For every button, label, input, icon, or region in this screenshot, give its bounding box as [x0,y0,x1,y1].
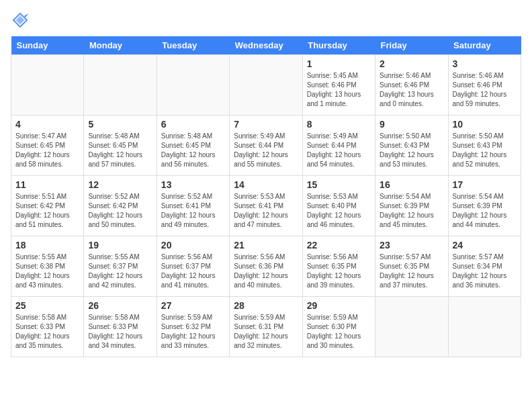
day-info: Sunrise: 5:50 AM Sunset: 6:43 PM Dayligh… [453,132,517,169]
day-number: 3 [453,58,517,69]
page-header [11,11,521,30]
day-info: Sunrise: 5:52 AM Sunset: 6:41 PM Dayligh… [161,192,225,230]
day-info: Sunrise: 5:56 AM Sunset: 6:37 PM Dayligh… [161,253,225,290]
calendar-week-1: 1Sunrise: 5:45 AM Sunset: 6:46 PM Daylig… [11,55,521,116]
calendar-cell: 21Sunrise: 5:56 AM Sunset: 6:36 PM Dayli… [230,236,302,297]
calendar-cell: 26Sunrise: 5:58 AM Sunset: 6:33 PM Dayli… [84,297,157,357]
calendar-cell: 3Sunrise: 5:46 AM Sunset: 6:46 PM Daylig… [448,55,521,116]
day-info: Sunrise: 5:55 AM Sunset: 6:37 PM Dayligh… [88,253,152,290]
day-info: Sunrise: 5:56 AM Sunset: 6:35 PM Dayligh… [307,253,371,290]
day-number: 8 [307,119,371,130]
calendar-cell: 23Sunrise: 5:57 AM Sunset: 6:35 PM Dayli… [375,236,448,297]
day-info: Sunrise: 5:46 AM Sunset: 6:46 PM Dayligh… [453,71,517,109]
day-info: Sunrise: 5:51 AM Sunset: 6:42 PM Dayligh… [15,192,79,230]
header-saturday: Saturday [448,36,521,55]
calendar-cell [230,55,302,116]
calendar-cell: 24Sunrise: 5:57 AM Sunset: 6:34 PM Dayli… [448,236,521,297]
day-number: 15 [307,179,371,190]
calendar-week-5: 25Sunrise: 5:58 AM Sunset: 6:33 PM Dayli… [11,297,521,357]
day-info: Sunrise: 5:58 AM Sunset: 6:33 PM Dayligh… [88,313,152,351]
day-info: Sunrise: 5:59 AM Sunset: 6:31 PM Dayligh… [234,313,298,351]
calendar-cell: 1Sunrise: 5:45 AM Sunset: 6:46 PM Daylig… [302,55,375,116]
day-number: 21 [234,240,298,250]
day-number: 26 [88,300,152,311]
day-info: Sunrise: 5:54 AM Sunset: 6:39 PM Dayligh… [380,192,443,230]
calendar-cell: 6Sunrise: 5:48 AM Sunset: 6:45 PM Daylig… [157,116,229,176]
day-number: 1 [307,58,371,69]
day-number: 18 [15,240,79,250]
calendar-cell: 9Sunrise: 5:50 AM Sunset: 6:43 PM Daylig… [375,116,448,176]
calendar-cell: 22Sunrise: 5:56 AM Sunset: 6:35 PM Dayli… [302,236,375,297]
header-monday: Monday [84,36,157,55]
day-number: 20 [161,240,225,250]
calendar-cell [84,55,157,116]
day-number: 14 [234,179,298,190]
calendar-cell: 2Sunrise: 5:46 AM Sunset: 6:46 PM Daylig… [375,55,448,116]
day-info: Sunrise: 5:53 AM Sunset: 6:41 PM Dayligh… [234,192,298,230]
day-number: 24 [453,240,517,250]
day-number: 25 [15,300,79,311]
day-number: 9 [380,119,443,130]
calendar-week-4: 18Sunrise: 5:55 AM Sunset: 6:38 PM Dayli… [11,236,521,297]
day-info: Sunrise: 5:59 AM Sunset: 6:30 PM Dayligh… [307,313,371,351]
day-info: Sunrise: 5:53 AM Sunset: 6:40 PM Dayligh… [307,192,371,230]
day-info: Sunrise: 5:54 AM Sunset: 6:39 PM Dayligh… [453,192,517,230]
calendar-week-3: 11Sunrise: 5:51 AM Sunset: 6:42 PM Dayli… [11,176,521,236]
day-info: Sunrise: 5:48 AM Sunset: 6:45 PM Dayligh… [88,132,152,169]
day-info: Sunrise: 5:47 AM Sunset: 6:45 PM Dayligh… [15,132,79,169]
day-info: Sunrise: 5:50 AM Sunset: 6:43 PM Dayligh… [380,132,443,169]
calendar-cell: 18Sunrise: 5:55 AM Sunset: 6:38 PM Dayli… [11,236,84,297]
day-info: Sunrise: 5:46 AM Sunset: 6:46 PM Dayligh… [380,71,443,109]
header-thursday: Thursday [302,36,375,55]
calendar-cell: 12Sunrise: 5:52 AM Sunset: 6:42 PM Dayli… [84,176,157,236]
day-info: Sunrise: 5:59 AM Sunset: 6:32 PM Dayligh… [161,313,225,351]
day-number: 22 [307,240,371,250]
day-number: 7 [234,119,298,130]
calendar-table: SundayMondayTuesdayWednesdayThursdayFrid… [11,36,521,357]
header-wednesday: Wednesday [230,36,302,55]
day-number: 10 [453,119,517,130]
calendar-cell: 28Sunrise: 5:59 AM Sunset: 6:31 PM Dayli… [230,297,302,357]
calendar-cell [375,297,448,357]
calendar-cell: 16Sunrise: 5:54 AM Sunset: 6:39 PM Dayli… [375,176,448,236]
calendar-cell: 17Sunrise: 5:54 AM Sunset: 6:39 PM Dayli… [448,176,521,236]
day-info: Sunrise: 5:57 AM Sunset: 6:35 PM Dayligh… [380,253,443,290]
calendar-cell: 29Sunrise: 5:59 AM Sunset: 6:30 PM Dayli… [302,297,375,357]
calendar-cell: 10Sunrise: 5:50 AM Sunset: 6:43 PM Dayli… [448,116,521,176]
day-info: Sunrise: 5:48 AM Sunset: 6:45 PM Dayligh… [161,132,225,169]
day-number: 23 [380,240,443,250]
calendar-cell: 7Sunrise: 5:49 AM Sunset: 6:44 PM Daylig… [230,116,302,176]
day-number: 11 [15,179,79,190]
calendar-cell: 11Sunrise: 5:51 AM Sunset: 6:42 PM Dayli… [11,176,84,236]
calendar-cell: 8Sunrise: 5:49 AM Sunset: 6:44 PM Daylig… [302,116,375,176]
logo [11,11,32,30]
day-number: 13 [161,179,225,190]
calendar-cell: 25Sunrise: 5:58 AM Sunset: 6:33 PM Dayli… [11,297,84,357]
logo-icon [11,11,30,30]
header-tuesday: Tuesday [157,36,229,55]
day-number: 16 [380,179,443,190]
day-number: 4 [15,119,79,130]
day-number: 5 [88,119,152,130]
calendar-cell: 5Sunrise: 5:48 AM Sunset: 6:45 PM Daylig… [84,116,157,176]
calendar-cell [11,55,84,116]
header-friday: Friday [375,36,448,55]
day-number: 12 [88,179,152,190]
calendar-cell: 27Sunrise: 5:59 AM Sunset: 6:32 PM Dayli… [157,297,229,357]
calendar-header-row: SundayMondayTuesdayWednesdayThursdayFrid… [11,36,521,55]
calendar-cell: 20Sunrise: 5:56 AM Sunset: 6:37 PM Dayli… [157,236,229,297]
day-info: Sunrise: 5:55 AM Sunset: 6:38 PM Dayligh… [15,253,79,290]
calendar-cell: 15Sunrise: 5:53 AM Sunset: 6:40 PM Dayli… [302,176,375,236]
calendar-cell [448,297,521,357]
day-number: 19 [88,240,152,250]
day-number: 17 [453,179,517,190]
day-info: Sunrise: 5:45 AM Sunset: 6:46 PM Dayligh… [307,71,371,109]
calendar-cell: 4Sunrise: 5:47 AM Sunset: 6:45 PM Daylig… [11,116,84,176]
day-info: Sunrise: 5:58 AM Sunset: 6:33 PM Dayligh… [15,313,79,351]
day-number: 2 [380,58,443,69]
day-number: 29 [307,300,371,311]
day-number: 27 [161,300,225,311]
day-info: Sunrise: 5:56 AM Sunset: 6:36 PM Dayligh… [234,253,298,290]
day-number: 28 [234,300,298,311]
calendar-week-2: 4Sunrise: 5:47 AM Sunset: 6:45 PM Daylig… [11,116,521,176]
